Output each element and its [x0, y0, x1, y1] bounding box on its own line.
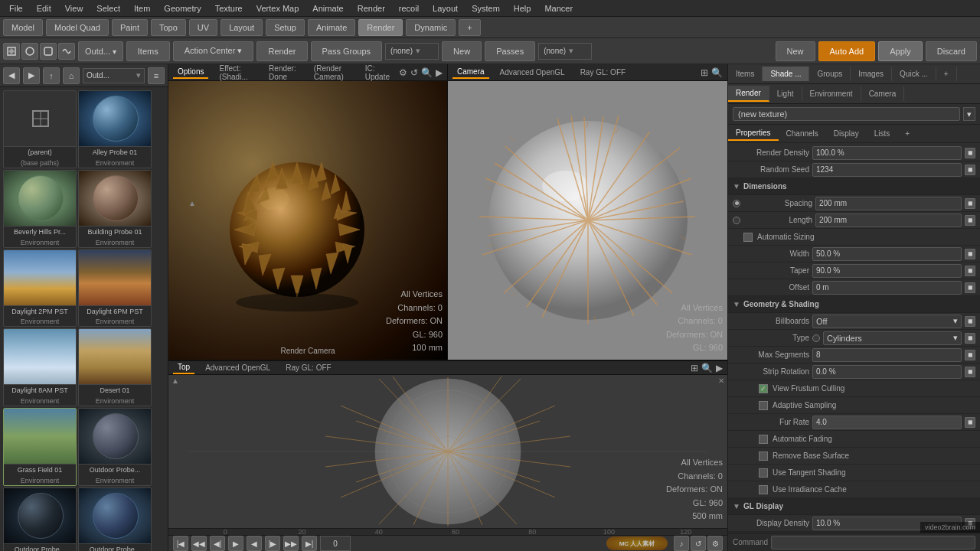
rt2-light[interactable]: Light	[769, 86, 802, 101]
display-density-slider[interactable]: ◼	[965, 518, 975, 529]
prop-auto-sizing[interactable]: Automatic Sizing	[728, 229, 980, 246]
gl-display-section-header[interactable]: ▼ GL Display	[728, 498, 980, 515]
discard-btn[interactable]: Discard	[926, 41, 977, 61]
frame-input[interactable]: 0	[320, 536, 351, 551]
viewport-render[interactable]: Camera Advanced OpenGL Ray GL: OFF ⊞ 🔍	[448, 64, 727, 360]
radio-spacing[interactable]	[733, 200, 740, 207]
rt2-render[interactable]: Render	[728, 86, 769, 102]
go-end-btn[interactable]: ▶|	[302, 536, 317, 551]
mode-setup[interactable]: Setup	[266, 19, 305, 36]
radio-length[interactable]	[733, 217, 740, 224]
fur-rate-input[interactable]	[812, 416, 962, 429]
rt2-camera[interactable]: Camera	[861, 86, 905, 101]
menu-animate[interactable]: Animate	[306, 2, 349, 15]
remove-surface-check[interactable]	[759, 452, 768, 461]
asset-outdoor-1[interactable]: Outdoor Probe... Environment	[78, 408, 152, 486]
pt-lists[interactable]: Lists	[867, 127, 898, 140]
bottom-tab-opengl[interactable]: Advanced OpenGL	[201, 362, 275, 373]
asset-daylight-6pm[interactable]: Daylight 6PM PST Environment	[78, 249, 152, 328]
use-irradiance-check[interactable]	[759, 485, 768, 494]
type-dropdown[interactable]: Cylinders ▾	[823, 331, 962, 345]
adaptive-sampling-check[interactable]	[759, 401, 768, 410]
asset-desert[interactable]: Desert 01 Environment	[78, 328, 152, 406]
mode-dynamic[interactable]: Dynamic	[406, 19, 456, 36]
play-btn[interactable]: ▶	[228, 536, 243, 551]
menu-render[interactable]: Render	[351, 2, 391, 15]
menu-view[interactable]: View	[59, 2, 90, 15]
vp-search-icon[interactable]: 🔍	[421, 67, 433, 78]
spacing-slider[interactable]: ◼	[965, 198, 975, 209]
spacing-input[interactable]	[815, 197, 962, 210]
asset-alley-probe[interactable]: Alley Probe 01 Environment	[78, 90, 152, 168]
menu-edit[interactable]: Edit	[31, 2, 57, 15]
mode-model-quad[interactable]: Model Quad	[46, 19, 109, 36]
texture-dropdown-btn[interactable]: ▾	[963, 107, 975, 121]
icon-model[interactable]	[3, 43, 20, 60]
vp-r-expand-icon[interactable]: ⊞	[701, 67, 708, 78]
go-prev-key-btn[interactable]: ◀◀	[191, 536, 207, 551]
texture-input[interactable]	[733, 107, 960, 121]
collapse-marker[interactable]: ▲	[172, 377, 179, 385]
bottom-more-icon[interactable]: ▶	[716, 363, 723, 373]
mode-paint[interactable]: Paint	[112, 19, 148, 36]
prop-use-irradiance[interactable]: Use Irradiance Cache	[728, 481, 980, 498]
passes-btn[interactable]: Passes	[485, 41, 535, 61]
asset-beverly[interactable]: Beverly Hills Pr... Environment	[3, 170, 77, 248]
length-input[interactable]	[815, 214, 962, 227]
menu-vertex-map[interactable]: Vertex Map	[250, 2, 305, 15]
mode-animate[interactable]: Animate	[308, 19, 355, 36]
billboards-slider[interactable]: ◼	[965, 316, 975, 327]
close-marker[interactable]: ✕	[718, 377, 724, 385]
menu-help[interactable]: Help	[508, 2, 537, 15]
strip-rotation-slider[interactable]: ◼	[965, 367, 975, 377]
mode-model[interactable]: Model	[3, 19, 43, 36]
mode-selector-btn[interactable]: Outd... ▾	[78, 41, 123, 61]
auto-add-btn[interactable]: Auto Add	[818, 41, 876, 61]
rt-quick[interactable]: Quick ...	[892, 67, 936, 81]
rt-add[interactable]: +	[936, 67, 957, 81]
pt-channels[interactable]: Channels	[779, 127, 826, 140]
mode-topo[interactable]: Topo	[151, 19, 186, 36]
icon-sculpt[interactable]	[21, 43, 38, 60]
auto-fading-check[interactable]	[759, 435, 768, 444]
asset-daylight-8am[interactable]: Daylight 8AM PST Environment	[3, 328, 77, 406]
asset-parent[interactable]: (parent) (base paths)	[3, 90, 77, 168]
pt-properties[interactable]: Properties	[728, 126, 779, 141]
rt2-environment[interactable]: Environment	[802, 86, 861, 101]
mode-render[interactable]: Render	[358, 19, 403, 36]
items-btn[interactable]: Items	[126, 41, 170, 61]
menu-mancer[interactable]: Mancer	[538, 2, 579, 15]
audio-btn[interactable]: ♪	[674, 536, 689, 551]
path-dropdown[interactable]: Outd... ▾	[83, 68, 145, 83]
random-seed-slider[interactable]: ◼	[965, 165, 975, 175]
asset-outdoor-2[interactable]: Outdoor Probe... Environment	[3, 487, 77, 551]
forward-btn[interactable]: ▶	[23, 67, 40, 84]
offset-slider[interactable]: ◼	[965, 282, 975, 293]
taper-input[interactable]	[812, 264, 962, 278]
bottom-expand-icon[interactable]: ⊞	[691, 363, 698, 373]
mode-layout[interactable]: Layout	[220, 19, 263, 36]
width-slider[interactable]: ◼	[965, 249, 975, 259]
taper-slider[interactable]: ◼	[965, 266, 975, 276]
display-density-input[interactable]	[812, 517, 962, 530]
loop-btn[interactable]: ↺	[691, 536, 706, 551]
random-seed-input[interactable]	[812, 163, 962, 177]
none-dropdown-1[interactable]: (none) ▾	[385, 43, 439, 60]
vp-r-zoom-icon[interactable]: 🔍	[711, 67, 723, 78]
billboards-dropdown[interactable]: Off ▾	[812, 315, 962, 328]
render-density-slider[interactable]: ◼	[965, 148, 975, 158]
new-btn-1[interactable]: New	[442, 41, 482, 61]
icon-smooth[interactable]	[58, 43, 75, 60]
up-btn[interactable]: ↑	[43, 67, 60, 84]
pt-display[interactable]: Display	[826, 127, 867, 140]
home-btn[interactable]: ⌂	[63, 67, 80, 84]
vp-expand-icon[interactable]: ▶	[436, 67, 443, 78]
rt-groups[interactable]: Groups	[809, 67, 851, 81]
pt-add[interactable]: +	[897, 127, 917, 140]
new-btn-2[interactable]: New	[776, 41, 815, 61]
vp-camera-tab[interactable]: Camera	[452, 66, 489, 79]
icon-paint[interactable]	[40, 43, 57, 60]
go-start-btn[interactable]: |◀	[173, 536, 188, 551]
fur-rate-slider[interactable]: ◼	[965, 417, 975, 428]
prop-view-frustum[interactable]: ✓ View Frustum Culling	[728, 380, 980, 397]
